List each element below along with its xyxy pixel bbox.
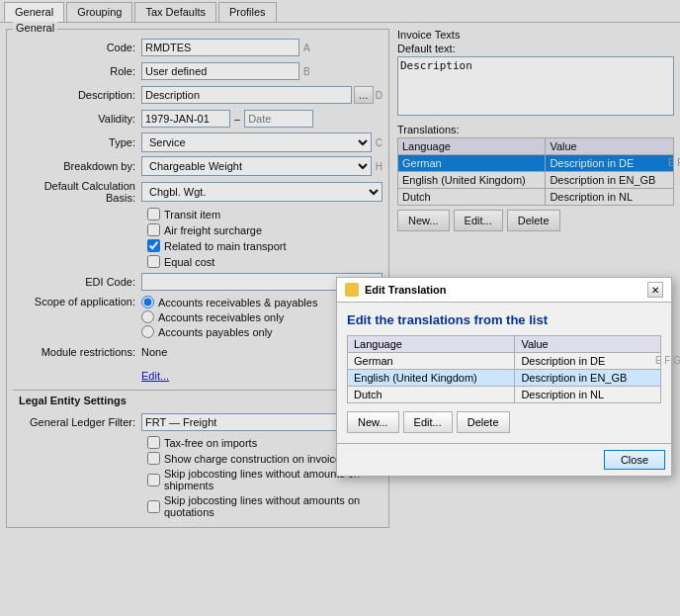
modal-delete-button[interactable]: Delete bbox=[457, 411, 510, 433]
modal-value-cell: Description in DE bbox=[515, 353, 661, 370]
modal-value-cell: Description in EN_GB bbox=[515, 370, 661, 387]
modal-table-row[interactable]: German Description in DE bbox=[348, 353, 661, 370]
modal-icon bbox=[345, 283, 359, 297]
modal-table-row[interactable]: Dutch Description in NL bbox=[348, 387, 661, 403]
modal-ef-label: E F G bbox=[655, 355, 680, 366]
modal-value-header: Value bbox=[515, 336, 661, 353]
modal-heading: Edit the translations from the list bbox=[347, 312, 661, 327]
modal-body: Edit the translations from the list Lang… bbox=[337, 303, 671, 443]
modal-lang-cell: English (United Kingdom) bbox=[348, 370, 515, 387]
edit-translation-modal: Edit Translation ✕ Edit the translations… bbox=[336, 277, 672, 477]
modal-lang-cell: Dutch bbox=[348, 387, 515, 403]
modal-lang-cell: German bbox=[348, 353, 515, 370]
modal-footer: Close bbox=[337, 443, 671, 476]
modal-translations-table: Language Value German Description in DE … bbox=[347, 335, 661, 403]
modal-value-cell: Description in NL bbox=[515, 387, 661, 403]
modal-titlebar: Edit Translation ✕ bbox=[337, 278, 671, 303]
modal-lang-header: Language bbox=[348, 336, 515, 353]
modal-close-button[interactable]: ✕ bbox=[647, 282, 663, 298]
modal-title: Edit Translation bbox=[365, 284, 647, 296]
modal-table-row[interactable]: English (United Kingdom) Description in … bbox=[348, 370, 661, 387]
modal-new-button[interactable]: New... bbox=[347, 411, 399, 433]
modal-edit-button[interactable]: Edit... bbox=[403, 411, 453, 433]
modal-close-btn[interactable]: Close bbox=[604, 450, 665, 470]
modal-btn-row: New... Edit... Delete bbox=[347, 411, 661, 433]
modal-overlay: Edit Translation ✕ Edit the translations… bbox=[0, 0, 680, 540]
